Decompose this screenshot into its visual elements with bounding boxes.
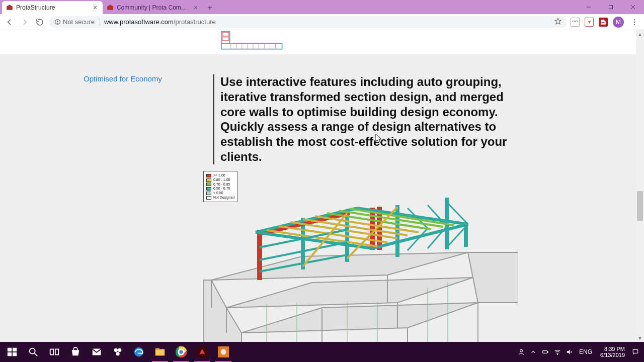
security-status[interactable]: Not secure bbox=[54, 18, 100, 26]
legend-swatch bbox=[206, 174, 211, 177]
svg-rect-110 bbox=[633, 349, 637, 353]
vertical-scrollbar[interactable]: ▲ ▼ bbox=[636, 30, 644, 342]
language-indicator[interactable]: ENG bbox=[577, 348, 594, 355]
tab-title: Community | Prota Community bbox=[117, 4, 189, 11]
scrollbar-thumb[interactable] bbox=[637, 191, 643, 221]
svg-rect-10 bbox=[601, 22, 604, 23]
svg-line-68 bbox=[303, 219, 408, 235]
reload-button[interactable] bbox=[34, 17, 45, 28]
back-button[interactable] bbox=[4, 17, 15, 28]
svg-line-66 bbox=[279, 226, 387, 242]
maximize-button[interactable] bbox=[600, 0, 622, 14]
taskbar-app-chrome[interactable] bbox=[171, 342, 191, 362]
svg-rect-16 bbox=[222, 37, 229, 41]
svg-rect-96 bbox=[155, 348, 159, 350]
system-tray: ENG 8:39 PM 6/13/2019 bbox=[517, 346, 642, 358]
taskbar-app-generic[interactable] bbox=[108, 342, 128, 362]
people-icon[interactable] bbox=[517, 347, 526, 356]
chrome-menu-button[interactable] bbox=[629, 17, 640, 28]
svg-marker-31 bbox=[468, 252, 518, 303]
task-view-button[interactable] bbox=[44, 342, 64, 362]
svg-marker-28 bbox=[226, 278, 473, 308]
svg-rect-83 bbox=[13, 348, 17, 351]
close-icon[interactable]: × bbox=[92, 4, 99, 11]
floorplan-diagram bbox=[220, 30, 286, 50]
forward-button[interactable] bbox=[19, 17, 30, 28]
svg-marker-1 bbox=[107, 5, 113, 10]
svg-point-13 bbox=[634, 24, 635, 25]
legend-swatch bbox=[206, 178, 211, 182]
tab-title: ProtaStructure bbox=[16, 4, 89, 11]
taskbar-app-generic-orange[interactable] bbox=[213, 342, 233, 362]
svg-point-8 bbox=[57, 23, 58, 24]
svg-line-61 bbox=[428, 205, 447, 226]
window-controls bbox=[578, 0, 644, 14]
legend-label: 0.85 - 1.00 bbox=[213, 178, 230, 183]
legend-swatch bbox=[206, 192, 211, 195]
pdf-extension-icon[interactable] bbox=[599, 18, 608, 27]
legend-label: >= 1.00 bbox=[213, 173, 225, 178]
svg-point-93 bbox=[116, 352, 119, 355]
extension-icon[interactable] bbox=[571, 18, 580, 27]
address-bar[interactable]: Not secure www.protasoftware.com/protast… bbox=[49, 16, 567, 28]
clock-date: 6/13/2019 bbox=[600, 352, 625, 358]
scroll-up-icon[interactable]: ▲ bbox=[636, 30, 644, 38]
start-button[interactable] bbox=[2, 342, 22, 362]
svg-line-64 bbox=[408, 228, 428, 250]
close-icon[interactable]: × bbox=[192, 4, 199, 11]
svg-point-91 bbox=[114, 348, 118, 352]
battery-icon[interactable] bbox=[541, 347, 550, 356]
svg-line-63 bbox=[408, 208, 428, 228]
svg-point-105 bbox=[520, 349, 523, 352]
browser-tab-inactive[interactable]: Community | Prota Community × bbox=[103, 1, 203, 14]
svg-rect-15 bbox=[222, 32, 229, 36]
profile-avatar[interactable]: M bbox=[613, 17, 624, 28]
url-text: www.protasoftware.com/protastructure bbox=[104, 18, 216, 26]
minimize-button[interactable] bbox=[578, 0, 600, 14]
svg-line-77 bbox=[347, 207, 397, 258]
chrome-tab-strip: ProtaStructure × Community | Prota Commu… bbox=[0, 0, 644, 14]
svg-marker-0 bbox=[7, 5, 13, 10]
svg-line-52 bbox=[260, 213, 347, 233]
svg-point-101 bbox=[179, 350, 183, 353]
legend-row: Not Designed bbox=[206, 196, 234, 200]
svg-line-74 bbox=[260, 242, 347, 260]
legend-swatch bbox=[206, 183, 211, 186]
svg-rect-3 bbox=[609, 6, 613, 9]
tray-chevron-up-icon[interactable] bbox=[529, 347, 538, 356]
clock-time: 8:39 PM bbox=[600, 346, 625, 352]
legend-label: 0.50 - 0.70 bbox=[213, 187, 230, 191]
svg-line-73 bbox=[260, 230, 347, 247]
svg-point-104 bbox=[221, 349, 226, 355]
svg-rect-89 bbox=[55, 349, 58, 355]
search-button[interactable] bbox=[23, 342, 43, 362]
legend-label: 0.70 - 0.85 bbox=[213, 183, 230, 187]
section-side-heading: Optimised for Economy bbox=[84, 74, 174, 84]
svg-line-60 bbox=[447, 224, 468, 247]
taskbar-app-store[interactable] bbox=[65, 342, 86, 362]
taskbar-app-mail[interactable] bbox=[87, 342, 107, 362]
taskbar-clock[interactable]: 8:39 PM 6/13/2019 bbox=[597, 346, 628, 358]
taskbar-app-explorer[interactable] bbox=[150, 342, 170, 362]
svg-point-12 bbox=[634, 21, 635, 22]
svg-rect-106 bbox=[543, 351, 547, 353]
volume-icon[interactable] bbox=[565, 347, 574, 356]
action-center-icon[interactable] bbox=[631, 347, 640, 356]
svg-line-76 bbox=[303, 213, 347, 266]
pocket-extension-icon[interactable]: ▾ bbox=[585, 18, 594, 27]
tab-favicon bbox=[107, 4, 114, 11]
scroll-down-icon[interactable]: ▼ bbox=[636, 334, 644, 342]
bookmark-star-icon[interactable] bbox=[554, 18, 561, 26]
svg-point-92 bbox=[118, 348, 121, 352]
close-window-button[interactable] bbox=[622, 0, 644, 14]
svg-line-67 bbox=[291, 222, 397, 238]
new-tab-button[interactable]: ＋ bbox=[203, 1, 216, 14]
security-label: Not secure bbox=[63, 18, 95, 26]
taskbar-app-acrobat[interactable] bbox=[192, 342, 212, 362]
wifi-icon[interactable] bbox=[553, 347, 562, 356]
svg-point-11 bbox=[634, 19, 635, 20]
taskbar-app-edge[interactable] bbox=[129, 342, 149, 362]
windows-taskbar: ENG 8:39 PM 6/13/2019 bbox=[0, 342, 644, 362]
svg-line-75 bbox=[260, 255, 347, 272]
browser-tab-active[interactable]: ProtaStructure × bbox=[2, 1, 103, 14]
